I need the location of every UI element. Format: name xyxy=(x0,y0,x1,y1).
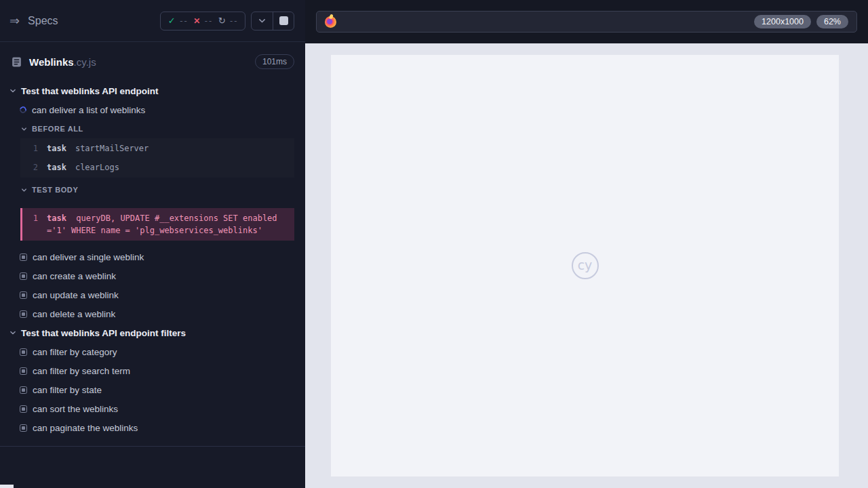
command-content: task queryDB, UPDATE #__extensions SET e… xyxy=(47,212,284,237)
command-number: 2 xyxy=(20,163,38,172)
cypress-logo-text: cy xyxy=(578,258,593,272)
test-title: can delete a weblink xyxy=(33,309,115,319)
command-message: clearLogs xyxy=(75,163,119,172)
chevron-down-icon xyxy=(258,16,267,25)
command-row[interactable]: 1 task startMailServer xyxy=(20,139,294,158)
chevron-down-icon xyxy=(9,87,16,94)
suite-title: Test that weblinks API endpoint filters xyxy=(21,328,186,338)
test-row[interactable]: can sort the weblinks xyxy=(0,399,305,418)
browser-pane: 1200x1000 62% cy xyxy=(305,0,868,488)
cypress-logo: cy xyxy=(572,252,599,279)
pending-box-icon xyxy=(20,253,27,261)
test-row-running[interactable]: can deliver a list of weblinks xyxy=(0,100,305,119)
test-row[interactable]: can filter by search term xyxy=(0,361,305,380)
test-row[interactable]: can delete a weblink xyxy=(0,304,305,323)
test-title: can filter by category xyxy=(33,347,117,357)
failed-x-icon: ✕ xyxy=(193,16,200,26)
command-message: queryDB, UPDATE #__extensions SET enable… xyxy=(47,214,277,235)
running-spinner-icon xyxy=(18,105,28,115)
spec-extension: .cy.js xyxy=(74,56,96,68)
test-title: can filter by search term xyxy=(33,366,130,376)
before-all-header[interactable]: BEFORE ALL xyxy=(0,119,305,138)
passed-check-icon: ✓ xyxy=(168,16,176,26)
command-number: 1 xyxy=(20,144,38,153)
spec-duration-badge: 101ms xyxy=(255,54,294,69)
suite-row-filters[interactable]: Test that weblinks API endpoint filters xyxy=(0,323,305,342)
test-row[interactable]: can paginate the weblinks xyxy=(0,418,305,437)
spec-file-icon xyxy=(11,56,22,68)
passed-count: -- xyxy=(179,16,187,26)
pending-box-icon xyxy=(20,367,27,375)
stop-button[interactable] xyxy=(273,12,294,30)
suite-row-endpoint[interactable]: Test that weblinks API endpoint xyxy=(0,81,305,100)
command-method: task xyxy=(47,144,66,153)
test-stats: ✓ -- ✕ -- ↻ -- xyxy=(160,12,245,30)
url-bar[interactable]: 1200x1000 62% xyxy=(316,11,857,33)
command-message: startMailServer xyxy=(75,144,149,153)
browser-header: 1200x1000 62% xyxy=(305,0,868,43)
pending-box-icon xyxy=(20,272,27,280)
command-method: task xyxy=(47,214,66,223)
command-number: 1 xyxy=(22,212,38,237)
test-tree: Test that weblinks API endpoint can deli… xyxy=(0,81,305,447)
section-label: TEST BODY xyxy=(32,186,78,194)
runner-controls xyxy=(251,12,294,30)
chevron-down-icon xyxy=(9,329,16,336)
chevron-down-icon xyxy=(21,187,28,193)
test-row[interactable]: can update a weblink xyxy=(0,285,305,304)
specs-label: Specs xyxy=(28,15,58,27)
firefox-icon xyxy=(325,16,336,28)
spec-file-row[interactable]: Weblinks .cy.js 101ms xyxy=(0,42,305,81)
pending-box-icon xyxy=(20,310,27,318)
list-end-divider xyxy=(0,446,305,447)
section-label: BEFORE ALL xyxy=(32,125,83,133)
sidebar-resize-handle[interactable] xyxy=(0,485,14,488)
test-title: can paginate the weblinks xyxy=(33,423,138,433)
viewport-size-badge: 1200x1000 xyxy=(754,15,811,29)
aut-viewport: cy xyxy=(331,55,839,476)
specs-menu-button[interactable]: ⇒ Specs xyxy=(9,15,58,27)
pending-box-icon xyxy=(20,386,27,394)
failed-count: -- xyxy=(203,16,212,26)
collapse-dropdown-button[interactable] xyxy=(252,12,273,30)
pending-box-icon xyxy=(20,348,27,356)
zoom-level-badge: 62% xyxy=(816,15,848,29)
pending-box-icon xyxy=(20,291,27,299)
spec-name: Weblinks xyxy=(29,56,74,68)
stat-failed: ✕ -- xyxy=(193,16,212,26)
test-row[interactable]: can filter by state xyxy=(0,380,305,399)
command-row[interactable]: 2 task clearLogs xyxy=(20,158,294,177)
before-all-commands: 1 task startMailServer 2 task clearLogs xyxy=(20,138,294,178)
test-title: can update a weblink xyxy=(33,290,119,300)
stat-pending: ↻ -- xyxy=(218,16,237,26)
test-row[interactable]: can create a weblink xyxy=(0,266,305,285)
reporter-sidebar: ⇒ Specs ✓ -- ✕ -- ↻ -- xyxy=(0,0,305,488)
pending-count: -- xyxy=(229,16,237,26)
test-body-command-highlighted[interactable]: 1 task queryDB, UPDATE #__extensions SET… xyxy=(20,208,294,241)
viewport-info: 1200x1000 62% xyxy=(754,15,852,29)
test-title: can create a weblink xyxy=(33,271,116,281)
pending-box-icon xyxy=(20,405,27,413)
reporter-header: ⇒ Specs ✓ -- ✕ -- ↻ -- xyxy=(0,0,305,42)
test-title: can deliver a single weblink xyxy=(33,252,144,262)
pending-refresh-icon: ↻ xyxy=(218,16,226,26)
test-title: can deliver a list of weblinks xyxy=(32,105,145,115)
test-body-header[interactable]: TEST BODY xyxy=(0,180,305,199)
chevron-down-icon xyxy=(21,126,28,132)
specs-menu-icon: ⇒ xyxy=(9,15,20,27)
pending-box-icon xyxy=(20,424,27,432)
suite-title: Test that weblinks API endpoint xyxy=(21,86,159,96)
test-row[interactable]: can filter by category xyxy=(0,342,305,361)
stop-icon xyxy=(279,16,288,25)
test-title: can filter by state xyxy=(33,385,102,395)
aut-stage: cy xyxy=(305,43,868,488)
command-method: task xyxy=(47,163,66,172)
test-title: can sort the weblinks xyxy=(33,404,118,414)
stat-passed: ✓ -- xyxy=(168,16,187,26)
test-row[interactable]: can deliver a single weblink xyxy=(0,247,305,266)
